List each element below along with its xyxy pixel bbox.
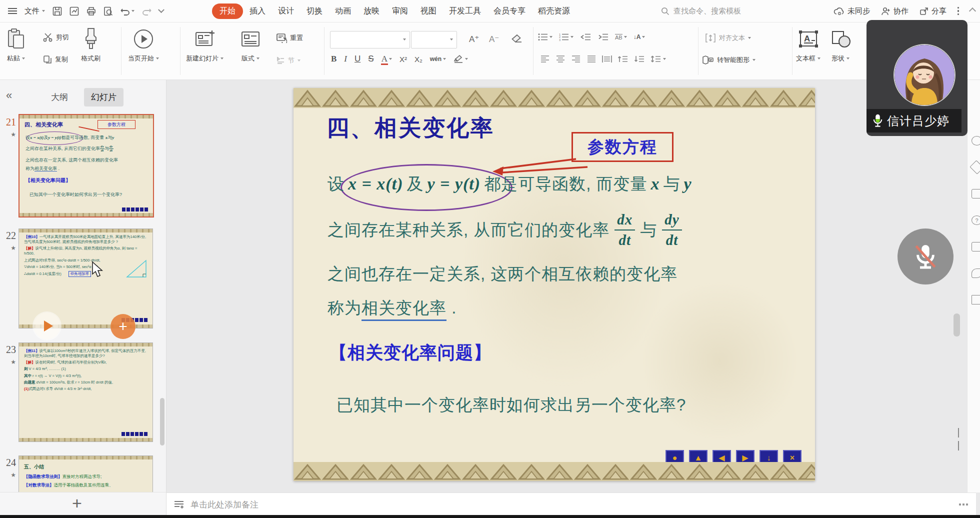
highlight-button[interactable]: [454, 54, 468, 64]
help-icon[interactable]: ?: [972, 216, 980, 225]
insert-slide-here-button[interactable]: +: [110, 314, 136, 339]
previous-slide-scroll-button[interactable]: [958, 429, 959, 438]
font-size-select[interactable]: [411, 31, 457, 48]
properties-icon[interactable]: [972, 136, 980, 146]
justify-button[interactable]: [586, 55, 596, 63]
decrease-font-button[interactable]: A⁻: [489, 34, 499, 44]
tab-docer[interactable]: 稻壳资源: [532, 4, 576, 18]
print-preview-icon[interactable]: [104, 6, 113, 16]
canvas-scrollbar-thumb[interactable]: [954, 314, 960, 336]
tab-member[interactable]: 会员专享: [488, 4, 532, 18]
line-spacing-up-icon[interactable]: [618, 55, 628, 63]
underline-button[interactable]: U: [354, 54, 360, 64]
subscript-button[interactable]: X₂: [414, 55, 422, 64]
phonetic-guide-button[interactable]: wén: [430, 56, 446, 62]
effects-icon[interactable]: [970, 160, 980, 174]
align-text-button[interactable]: 对齐文本: [705, 33, 751, 43]
problem-header[interactable]: 【相关变化率问题】: [330, 341, 492, 364]
increase-font-button[interactable]: A⁺: [469, 34, 479, 44]
bold-button[interactable]: B: [331, 54, 336, 64]
font-family-select[interactable]: [330, 31, 410, 48]
font-color-button[interactable]: A: [382, 54, 392, 64]
tab-transition[interactable]: 切换: [300, 4, 328, 18]
main-menu-icon[interactable]: [8, 8, 17, 14]
tab-animation[interactable]: 动画: [329, 4, 357, 18]
panel-scrollbar-thumb[interactable]: [160, 398, 164, 446]
collapse-ribbon-icon[interactable]: [969, 8, 976, 14]
print-icon[interactable]: [86, 6, 96, 16]
character-spacing-button[interactable]: AB: [615, 34, 627, 40]
slide-title[interactable]: 四、相关变化率: [326, 113, 494, 143]
slide-text-line2[interactable]: 之间存在某种关系, 从而它们的变化率 dxdt 与 dydt: [328, 206, 687, 254]
slide-thumbnail-21[interactable]: 四、相关变化率 参数方程 设x = x(t)及y = y(t)都是可导函数, 而…: [18, 114, 154, 218]
line-spacing-down-icon[interactable]: [634, 55, 645, 63]
distribute-button[interactable]: [602, 55, 612, 63]
smart-graphic-button[interactable]: 转智能图形: [702, 55, 756, 65]
slide-text-line1[interactable]: 设 x = x(t) 及 y = y(t) 都是可导函数, 而变量 x 与 y: [328, 173, 696, 196]
quick-tools-icon[interactable]: [972, 268, 980, 278]
collapse-panel-button[interactable]: «: [6, 89, 12, 102]
sync-status[interactable]: 未同步: [834, 6, 870, 16]
undo-button[interactable]: [120, 7, 134, 16]
align-left-button[interactable]: [540, 55, 550, 63]
decrease-indent-button[interactable]: [580, 33, 591, 41]
tab-slides[interactable]: 幻灯片: [84, 88, 124, 106]
tab-design[interactable]: 设计: [272, 4, 300, 18]
next-slide-scroll-button[interactable]: [958, 441, 959, 450]
notes-more-icon[interactable]: [959, 504, 968, 506]
tab-review[interactable]: 审阅: [386, 4, 414, 18]
new-slide-button[interactable]: 新建幻灯片: [186, 27, 224, 63]
collaborate-button[interactable]: 协作: [881, 6, 908, 16]
superscript-button[interactable]: X²: [400, 55, 407, 64]
slide-question[interactable]: 已知其中一个变化率时如何求出另一个变化率?: [336, 394, 686, 416]
numbered-list-button[interactable]: 123: [559, 33, 574, 41]
redo-button[interactable]: [142, 7, 152, 16]
copy-button[interactable]: 复制: [43, 55, 68, 64]
text-box-button[interactable]: A 文本框: [796, 27, 820, 63]
line-spacing-button[interactable]: [650, 55, 666, 63]
quickbar-more-icon[interactable]: [158, 6, 164, 13]
clear-format-button[interactable]: [511, 34, 523, 44]
slide-thumbnail-22[interactable]: 【例10】一气球从离开观察员500米处离地面铅直上升, 其速率为140米/分, …: [18, 228, 153, 328]
tab-outline[interactable]: 大纲: [44, 88, 75, 106]
comment-icon[interactable]: [972, 242, 980, 252]
file-menu[interactable]: 文件: [24, 6, 45, 16]
increase-indent-button[interactable]: [598, 33, 608, 41]
save-icon[interactable]: [52, 6, 62, 16]
align-center-button[interactable]: [556, 55, 566, 63]
shapes-button[interactable]: 形状: [830, 27, 851, 63]
tab-devtools[interactable]: 开发工具: [443, 4, 487, 18]
microphone-mute-button[interactable]: [898, 228, 954, 284]
slide-text-line4[interactable]: 称为相关变化率 .: [328, 297, 456, 320]
more-options-icon[interactable]: [958, 7, 959, 15]
tab-view[interactable]: 视图: [414, 4, 442, 18]
italic-button[interactable]: I: [344, 54, 347, 64]
reset-button[interactable]: 重置: [276, 33, 303, 43]
animation-pane-icon[interactable]: [972, 189, 980, 198]
reading-pane-icon[interactable]: [972, 295, 980, 304]
webcam-overlay[interactable]: 信计吕少婷: [866, 20, 968, 136]
slide-thumbnail-23[interactable]: 【例11】设气体以100cm³/秒的常速注入球状的气球, 假定气体的压力不变, …: [18, 342, 153, 442]
notes-bar[interactable]: 单击此处添加备注: [166, 492, 976, 516]
tab-slideshow[interactable]: 放映: [358, 4, 386, 18]
bullet-list-button[interactable]: [538, 33, 552, 41]
tab-home[interactable]: 开始: [212, 4, 243, 19]
current-slide[interactable]: 四、相关变化率 参数方程 设 x = x(t) 及 y = y(t) 都是可导函…: [294, 88, 815, 481]
add-slide-button[interactable]: +: [66, 494, 88, 513]
section-button[interactable]: 节: [276, 56, 300, 65]
play-from-current-button[interactable]: 当页开始: [128, 27, 159, 63]
callout-box[interactable]: 参数方程: [572, 132, 674, 162]
paste-button[interactable]: 粘贴: [7, 27, 25, 63]
layout-button[interactable]: 版式: [240, 27, 261, 63]
cut-button[interactable]: 剪切: [43, 33, 69, 42]
tab-insert[interactable]: 插入: [244, 4, 272, 18]
format-painter-button[interactable]: 格式刷: [81, 27, 100, 63]
output-icon[interactable]: [70, 6, 79, 16]
search-box[interactable]: 查找命令、搜索模板: [661, 0, 741, 22]
text-direction-button[interactable]: ↓A: [634, 34, 646, 40]
undo-dropdown-icon[interactable]: [132, 10, 134, 12]
align-right-button[interactable]: [571, 55, 581, 63]
strikethrough-button[interactable]: S: [368, 54, 374, 64]
share-button[interactable]: 分享: [920, 6, 946, 16]
play-preview-button[interactable]: [34, 312, 60, 340]
